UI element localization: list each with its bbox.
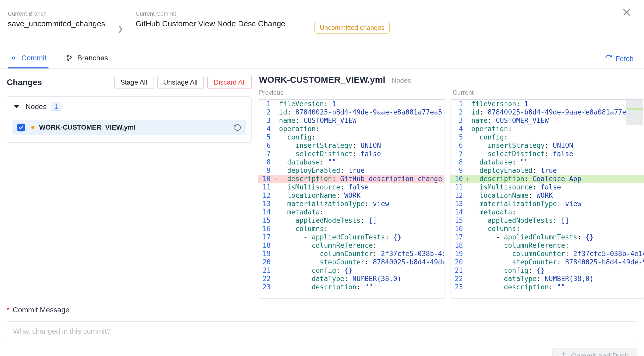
commit-message-label: Commit Message	[13, 306, 70, 314]
code-editor-current[interactable]: 1fileVersion: 12id: 87840025-b8d4-49de-9…	[450, 99, 644, 299]
code-line[interactable]: 21 config: {}	[450, 266, 644, 275]
diff-col-previous: Previous 1fileVersion: 12id: 87840025-b8…	[256, 88, 450, 299]
uncommitted-changes-badge: Uncommitted changes	[314, 22, 390, 34]
code-line[interactable]: 14 metadata:	[450, 208, 644, 216]
diff-header: WORK-CUSTOMER_VIEW.yml Nodes	[256, 69, 644, 88]
current-branch-block: Current Branch save_uncommited_changes	[8, 10, 105, 28]
code-line[interactable]: 3name: CUSTOMER_VIEW	[450, 116, 644, 125]
current-branch-value: save_uncommited_changes	[8, 19, 105, 28]
svg-point-3	[67, 55, 69, 56]
changes-group-nodes[interactable]: Nodes 1	[13, 103, 246, 111]
code-line[interactable]: 9 deployEnabled: true	[258, 166, 444, 175]
code-line[interactable]: 11 isMultisource: false	[258, 183, 444, 191]
tabs-row: Commit Branches Fetch	[0, 49, 644, 69]
tab-commit-label: Commit	[21, 54, 46, 62]
code-line[interactable]: 14 metadata:	[258, 208, 444, 216]
code-line[interactable]: 17 - appliedColumnTests: {}	[450, 233, 644, 241]
changes-title: Changes	[7, 78, 42, 87]
code-line[interactable]: 23 description: ""	[258, 283, 444, 291]
code-line[interactable]: 8 database: ""	[258, 158, 444, 166]
current-branch-label: Current Branch	[8, 10, 105, 17]
code-line[interactable]: 10- description: GitHub description chan…	[258, 175, 444, 183]
code-line[interactable]: 6 insertStrategy: UNION	[258, 141, 444, 150]
diff-previous-label: Previous	[256, 88, 450, 99]
code-line[interactable]: 1fileVersion: 1	[450, 100, 644, 108]
changes-pane: Changes Stage All Unstage All Discard Al…	[0, 69, 256, 299]
code-line[interactable]: 18 columnReference:	[450, 241, 644, 250]
code-line[interactable]: 15 appliedNodeTests: []	[258, 216, 444, 225]
changes-header: Changes Stage All Unstage All Discard Al…	[7, 76, 252, 89]
tab-branches-label: Branches	[77, 54, 108, 62]
breadcrumb-chevron-icon: ❯	[117, 24, 123, 33]
code-line[interactable]: 12 locationName: WORK	[258, 191, 444, 200]
code-line[interactable]: 19 columnCounter: 2f37cfe5-038b-4e14-b4	[450, 250, 644, 258]
stage-all-button[interactable]: Stage All	[114, 76, 153, 89]
code-line[interactable]: 2id: 87840025-b8d4-49de-9aae-e8a081a77ea…	[258, 108, 444, 116]
unstage-all-button[interactable]: Unstage All	[157, 76, 204, 89]
code-line[interactable]: 2id: 87840025-b8d4-49de-9aae-e8a081a77ea…	[450, 108, 644, 116]
code-line[interactable]: 3name: CUSTOMER_VIEW	[258, 116, 444, 125]
code-line[interactable]: 4operation:	[450, 125, 644, 133]
code-line[interactable]: 16 columns:	[450, 225, 644, 233]
code-line[interactable]: 19 columnCounter: 2f37cfe5-038b-4e14-	[258, 250, 444, 258]
commit-message-label-row: * Commit Message	[7, 306, 637, 314]
code-line[interactable]: 12 locationName: WORK	[450, 191, 644, 200]
code-line[interactable]: 15 appliedNodeTests: []	[450, 216, 644, 225]
changed-file-row[interactable]: WORK-CUSTOMER_VIEW.yml	[13, 120, 246, 135]
code-line[interactable]: 9 deployEnabled: true	[450, 166, 644, 175]
code-line[interactable]: 5 config:	[450, 133, 644, 141]
code-editor-previous[interactable]: 1fileVersion: 12id: 87840025-b8d4-49de-9…	[258, 99, 444, 299]
svg-point-4	[67, 60, 69, 61]
code-line[interactable]: 1fileVersion: 1	[258, 100, 444, 108]
code-line[interactable]: 5 config:	[258, 133, 444, 141]
group-label: Nodes	[26, 103, 47, 111]
svg-point-0	[12, 57, 15, 59]
code-line[interactable]: 16 columns:	[258, 225, 444, 233]
code-line[interactable]: 20 stepCounter: 87840025-b8d4-49de-9a	[258, 258, 444, 266]
chevron-down-icon	[14, 105, 19, 108]
tab-commit[interactable]: Commit	[8, 49, 48, 68]
commit-message-input[interactable]	[7, 321, 637, 341]
minimap[interactable]	[626, 100, 643, 125]
diff-columns: Previous 1fileVersion: 12id: 87840025-b8…	[256, 88, 644, 299]
code-line[interactable]: 20 stepCounter: 87840025-b8d4-49de-9aae-	[450, 258, 644, 266]
code-line[interactable]: 11 isMultisource: false	[450, 183, 644, 191]
required-asterisk: *	[7, 306, 10, 314]
code-line[interactable]: 7 selectDistinct: false	[450, 150, 644, 158]
tab-branches[interactable]: Branches	[64, 49, 110, 68]
code-line[interactable]: 23 description: ""	[450, 283, 644, 291]
file-name-label: WORK-CUSTOMER_VIEW.yml	[39, 123, 136, 131]
revert-icon[interactable]	[234, 124, 242, 131]
code-line[interactable]: 4operation:	[258, 125, 444, 133]
refresh-icon	[605, 54, 612, 63]
diff-current-label: Current	[450, 88, 644, 99]
code-line[interactable]: 22 dataType: NUMBER(38,0)	[258, 275, 444, 283]
code-line[interactable]: 13 materializationType: view	[258, 200, 444, 208]
commit-and-push-button[interactable]: Commit and Push	[552, 348, 637, 356]
commit-footer: * Commit Message Commit and Push	[0, 299, 644, 356]
commit-and-push-label: Commit and Push	[571, 352, 629, 356]
close-icon[interactable]	[622, 7, 632, 18]
code-line[interactable]: 10+ description: Coalesce App	[450, 175, 644, 183]
discard-all-button[interactable]: Discard All	[207, 76, 252, 89]
code-line[interactable]: 6 insertStrategy: UNION	[450, 141, 644, 150]
group-count-badge: 1	[51, 103, 61, 111]
code-line[interactable]: 13 materializationType: view	[450, 200, 644, 208]
code-line[interactable]: 17 - appliedColumnTests: {}	[258, 233, 444, 241]
diff-title: WORK-CUSTOMER_VIEW.yml	[259, 75, 385, 85]
branch-icon	[66, 55, 73, 61]
code-line[interactable]: 8 database: ""	[450, 158, 644, 166]
code-line[interactable]: 22 dataType: NUMBER(38,0)	[450, 275, 644, 283]
diff-pane: WORK-CUSTOMER_VIEW.yml Nodes Previous 1f…	[256, 69, 644, 299]
code-line[interactable]: 21 config: {}	[258, 266, 444, 275]
diff-subtitle: Nodes	[392, 77, 411, 85]
code-line[interactable]: 18 columnReference:	[258, 241, 444, 250]
current-commit-label: Current Commit	[136, 10, 286, 17]
modified-dot-icon	[31, 126, 34, 129]
current-commit-value: GitHub Customer View Node Desc Change	[136, 19, 286, 28]
file-checkbox[interactable]	[17, 124, 25, 131]
header-bar: Current Branch save_uncommited_changes ❯…	[0, 0, 644, 34]
code-line[interactable]: 7 selectDistinct: false	[258, 150, 444, 158]
changes-tree: Nodes 1 WORK-CUSTOMER_VIEW.yml	[7, 96, 252, 143]
fetch-button[interactable]: Fetch	[602, 50, 636, 68]
